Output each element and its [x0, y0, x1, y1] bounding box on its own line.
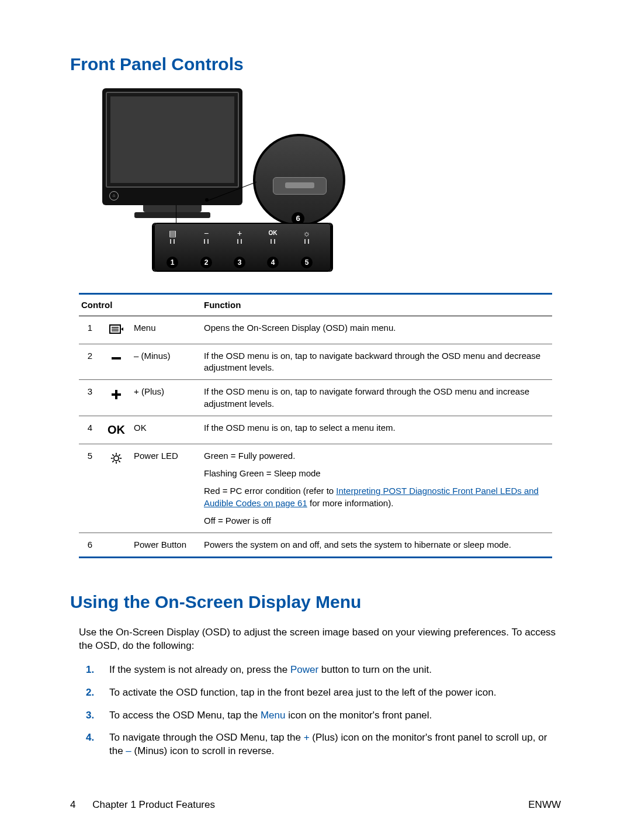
keyword: Power	[290, 664, 318, 675]
row-number: 6	[79, 533, 101, 558]
keyword: Menu	[261, 710, 286, 721]
table-row: 1MenuOpens the On-Screen Display (OSD) m…	[79, 316, 552, 344]
ok-icon: OK	[261, 229, 285, 238]
callout-badge-3: 3	[234, 257, 245, 268]
table-row: 3+ (Plus)If the OSD menu is on, tap to n…	[79, 380, 552, 416]
page-footer: 4 Chapter 1 Product Features ENWW	[70, 798, 561, 812]
diagnostic-link[interactable]: Interpreting POST Diagnostic Front Panel…	[204, 486, 539, 507]
minus-icon	[101, 344, 131, 380]
table-row: 2– (Minus)If the OSD menu is on, tap to …	[79, 344, 552, 380]
osd-step: If the system is not already on, press t…	[109, 663, 561, 677]
table-row: 5Power LEDGreen = Fully powered.Flashing…	[79, 444, 552, 533]
svg-rect-7	[112, 393, 121, 396]
heading-front-panel: Front Panel Controls	[70, 53, 561, 77]
callout-badge-4: 4	[267, 257, 279, 268]
osd-steps: If the system is not already on, press t…	[79, 663, 561, 759]
control-name: + (Plus)	[131, 380, 202, 416]
th-control: Control	[79, 293, 202, 316]
row-number: 1	[79, 316, 101, 344]
control-function: If the OSD menu is on, tap to navigate f…	[202, 380, 552, 416]
menu-icon	[101, 316, 131, 344]
power-led-icon: ☼	[295, 229, 318, 238]
control-function: Green = Fully powered.Flashing Green = S…	[202, 444, 552, 533]
footer-right: ENWW	[528, 798, 561, 812]
callout-badge-5: 5	[301, 257, 313, 268]
power-led-icon	[101, 444, 131, 533]
table-row: 6Power ButtonPowers the system on and of…	[79, 533, 552, 558]
heading-osd: Using the On-Screen Display Menu	[70, 590, 561, 614]
control-name: Power LED	[131, 444, 202, 533]
osd-step: To activate the OSD function, tap in the…	[109, 686, 561, 700]
row-number: 5	[79, 444, 101, 533]
table-row: 4OKOKIf the OSD menu is on, tap to selec…	[79, 416, 552, 444]
svg-line-15	[112, 461, 114, 463]
control-function: If the OSD menu is on, tap to navigate b…	[202, 344, 552, 380]
control-function: If the OSD menu is on, tap to select a m…	[202, 416, 552, 444]
control-function: Powers the system on and off, and sets t…	[202, 533, 552, 558]
ok-icon: OK	[101, 416, 131, 444]
row-number: 2	[79, 344, 101, 380]
controls-table: Control Function 1MenuOpens the On-Scree…	[79, 293, 552, 559]
monitor-outline: ⌂	[102, 88, 242, 205]
control-name: Menu	[131, 316, 202, 344]
row-number: 4	[79, 416, 101, 444]
svg-point-8	[114, 456, 119, 461]
chapter-label: Chapter 1 Product Features	[92, 799, 215, 810]
page-number: 4	[70, 799, 75, 810]
callout-badge-2: 2	[200, 257, 212, 268]
keyword: +	[304, 732, 310, 743]
blank-icon	[101, 533, 131, 558]
control-function: Opens the On-Screen Display (OSD) main m…	[202, 316, 552, 344]
osd-step: To navigate through the OSD Menu, tap th…	[109, 731, 561, 758]
th-function: Function	[202, 293, 552, 316]
svg-rect-5	[112, 357, 121, 359]
osd-step: To access the OSD Menu, tap the Menu ico…	[109, 709, 561, 723]
svg-marker-4	[121, 327, 123, 331]
svg-line-16	[119, 455, 120, 457]
control-strip: ▤ − + OK ☼ 1 2 3 4 5	[154, 223, 331, 272]
document-page: Front Panel Controls ⌂ 6 ▤ − + OK ☼ 1 2 …	[70, 53, 561, 768]
row-number: 3	[79, 380, 101, 416]
front-panel-figure: ⌂ 6 ▤ − + OK ☼ 1 2 3 4 5	[102, 88, 342, 275]
svg-line-14	[119, 461, 120, 463]
keyword: –	[126, 745, 131, 756]
svg-line-13	[112, 455, 114, 457]
plus-icon: +	[228, 229, 251, 238]
callout-badge-1: 1	[167, 257, 178, 268]
menu-icon: ▤	[161, 229, 184, 238]
minus-icon: −	[195, 229, 218, 238]
osd-intro: Use the On-Screen Display (OSD) to adjus…	[79, 626, 561, 653]
hp-logo-icon: ⌂	[109, 191, 119, 201]
plus-icon	[101, 380, 131, 416]
control-name: – (Minus)	[131, 344, 202, 380]
control-name: OK	[131, 416, 202, 444]
table-header-row: Control Function	[79, 293, 552, 316]
control-name: Power Button	[131, 533, 202, 558]
